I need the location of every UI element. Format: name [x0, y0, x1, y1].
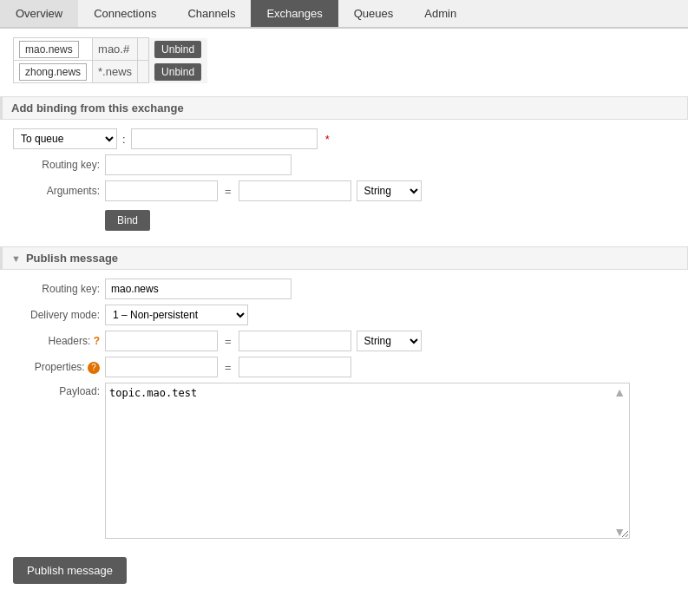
add-binding-header: Add binding from this exchange: [0, 96, 688, 120]
action-cell: Unbind: [149, 61, 207, 83]
properties-help-icon[interactable]: ?: [88, 362, 100, 374]
queue-tag: mao.news: [19, 41, 79, 58]
arg-val-input[interactable]: [239, 180, 351, 201]
pub-routing-key-label: Routing key:: [13, 283, 100, 295]
pub-routing-key-row: Routing key:: [13, 279, 675, 299]
tab-overview[interactable]: Overview: [0, 0, 78, 27]
add-binding-form: To queue : * Routing key: Arguments: = S…: [13, 128, 675, 231]
payload-label: Payload:: [13, 383, 100, 397]
bind-button-row: Bind: [13, 206, 675, 231]
add-binding-title: Add binding from this exchange: [11, 102, 184, 115]
to-queue-select[interactable]: To queue: [13, 128, 117, 149]
arg-key-input[interactable]: [105, 180, 218, 201]
properties-val-input[interactable]: [239, 357, 351, 377]
args-cell: [138, 61, 149, 83]
arguments-label: Arguments:: [13, 185, 100, 197]
publish-message-button[interactable]: Publish message: [13, 557, 127, 584]
unbind-button-1[interactable]: Unbind: [154, 41, 201, 58]
tab-channels[interactable]: Channels: [172, 0, 251, 27]
publish-header: ▼ Publish message: [0, 246, 688, 270]
required-star: *: [325, 133, 330, 146]
routing-key-label: Routing key:: [13, 159, 100, 171]
delivery-mode-row: Delivery mode: 1 – Non-persistent 2 – Pe…: [13, 305, 675, 325]
publish-form: Routing key: Delivery mode: 1 – Non-pers…: [13, 279, 675, 541]
args-cell: [138, 38, 149, 61]
tab-queues[interactable]: Queues: [338, 0, 410, 27]
payload-container: ▲ ▼: [105, 383, 630, 541]
headers-row: Headers: ? = String Number Boolean: [13, 331, 675, 351]
routing-key-row: Routing key:: [13, 154, 675, 175]
pattern-cell: mao.#: [93, 38, 138, 61]
properties-row: Properties: ? =: [13, 357, 675, 377]
tab-exchanges[interactable]: Exchanges: [251, 0, 337, 27]
publish-title: Publish message: [26, 252, 118, 265]
tab-admin[interactable]: Admin: [409, 0, 472, 27]
bindings-table: mao.news mao.# Unbind zhong.news *.news: [13, 37, 207, 83]
colon-sep: :: [122, 133, 126, 146]
table-row: mao.news mao.# Unbind: [14, 38, 207, 61]
dest-cell: zhong.news: [14, 61, 93, 83]
pub-routing-key-input[interactable]: [105, 279, 292, 299]
tab-connections[interactable]: Connections: [78, 0, 172, 27]
bindings-section: mao.news mao.# Unbind zhong.news *.news: [13, 37, 675, 83]
headers-val-input[interactable]: [239, 331, 351, 351]
nav-tabs: Overview Connections Channels Exchanges …: [0, 0, 688, 29]
payload-textarea[interactable]: [105, 383, 630, 539]
dest-cell: mao.news: [14, 38, 93, 61]
pattern-cell: *.news: [93, 61, 138, 83]
unbind-button-2[interactable]: Unbind: [154, 63, 201, 81]
headers-help-icon[interactable]: ?: [94, 335, 100, 347]
properties-label: Properties: ?: [13, 361, 100, 374]
routing-key-input[interactable]: [105, 154, 292, 175]
headers-type-select[interactable]: String Number Boolean: [357, 331, 422, 351]
headers-key-input[interactable]: [105, 331, 218, 351]
to-queue-row: To queue : *: [13, 128, 675, 149]
main-content: mao.news mao.# Unbind zhong.news *.news: [0, 37, 688, 597]
toggle-collapse-icon[interactable]: ▼: [11, 253, 21, 264]
headers-equals: =: [225, 335, 232, 348]
payload-row: Payload: ▲ ▼: [13, 383, 675, 541]
delivery-mode-label: Delivery mode:: [13, 309, 100, 321]
equals-sign: =: [225, 185, 232, 198]
headers-label: Headers: ?: [13, 335, 100, 347]
arguments-row: Arguments: = String Number Boolean: [13, 180, 675, 201]
delivery-mode-select[interactable]: 1 – Non-persistent 2 – Persistent: [105, 305, 248, 325]
action-cell: Unbind: [149, 38, 207, 61]
properties-key-input[interactable]: [105, 357, 218, 377]
table-row: zhong.news *.news Unbind: [14, 61, 207, 83]
properties-equals: =: [225, 361, 232, 374]
arg-type-select[interactable]: String Number Boolean: [357, 180, 422, 201]
bind-button[interactable]: Bind: [105, 210, 150, 231]
queue-name-input[interactable]: [131, 128, 318, 149]
queue-tag: zhong.news: [19, 63, 87, 81]
